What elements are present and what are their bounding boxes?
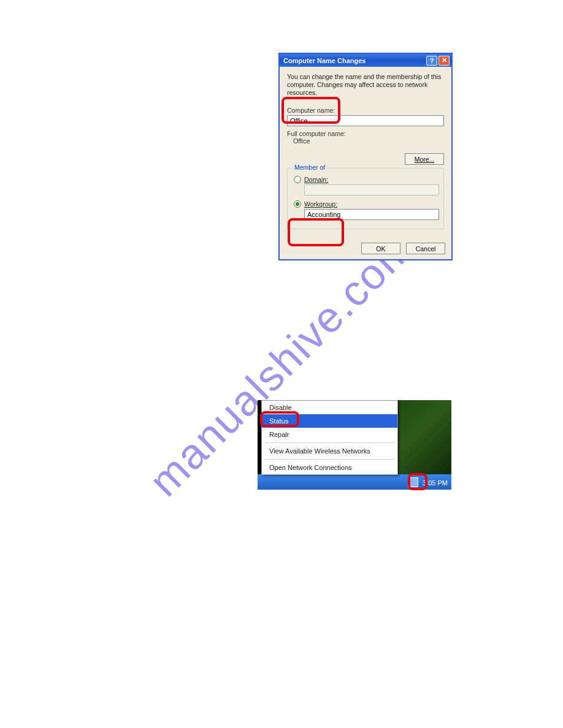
menu-item-disable[interactable]: Disable xyxy=(262,401,397,414)
computer-name-input[interactable] xyxy=(287,115,444,126)
menu-item-view-networks[interactable]: View Available Wireless Networks xyxy=(262,444,397,458)
menu-item-repair[interactable]: Repair xyxy=(262,428,397,441)
workgroup-radio[interactable] xyxy=(294,200,301,208)
computer-name-label: Computer name: xyxy=(287,107,444,114)
ok-button[interactable]: OK xyxy=(361,243,400,254)
dialog-computer-name-changes: Computer Name Changes ? ✕ You can change… xyxy=(278,53,453,260)
member-of-group: Member of Domain: Workgroup: xyxy=(287,168,444,229)
titlebar[interactable]: Computer Name Changes ? ✕ xyxy=(280,54,451,67)
cancel-button[interactable]: Cancel xyxy=(406,243,445,254)
menu-item-open-connections[interactable]: Open Network Connections xyxy=(262,461,397,474)
network-tray-icon[interactable] xyxy=(408,477,418,487)
workgroup-label: Workgroup: xyxy=(304,200,337,208)
full-computer-name-label: Full computer name: xyxy=(287,130,346,137)
domain-radio[interactable] xyxy=(294,176,301,183)
domain-input[interactable] xyxy=(304,184,439,195)
member-of-legend: Member of xyxy=(293,164,327,171)
tray-context-screenshot: 3:05 PM Disable Status Repair View Avail… xyxy=(258,400,451,490)
full-computer-name-value: Office xyxy=(293,137,310,145)
domain-label: Domain: xyxy=(304,176,328,183)
help-icon[interactable]: ? xyxy=(426,56,437,66)
context-menu: Disable Status Repair View Available Wir… xyxy=(261,400,398,475)
menu-separator xyxy=(264,459,395,460)
dialog-title: Computer Name Changes xyxy=(283,57,425,64)
menu-separator xyxy=(264,442,395,443)
close-icon[interactable]: ✕ xyxy=(439,56,450,66)
menu-item-status[interactable]: Status xyxy=(262,414,397,428)
dialog-description: You can change the name and the membersh… xyxy=(287,73,444,97)
taskbar: 3:05 PM xyxy=(258,474,451,490)
taskbar-clock: 3:05 PM xyxy=(423,479,448,487)
workgroup-input[interactable] xyxy=(304,209,439,220)
more-button[interactable]: More... xyxy=(405,153,444,165)
desktop-background xyxy=(399,400,451,474)
